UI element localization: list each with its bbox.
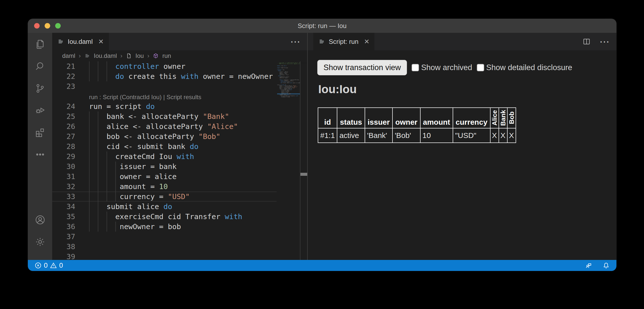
codelens[interactable]: run : Script (ContractId Iou) | Script r… — [52, 91, 277, 101]
code-line[interactable]: 32amount = 10 — [52, 182, 277, 192]
code-line[interactable]: 35exerciseCmd cid Transfer with — [52, 212, 277, 222]
settings-gear-icon[interactable] — [32, 234, 48, 250]
line-number: 28 — [52, 141, 75, 151]
accounts-icon[interactable] — [32, 212, 48, 228]
overview-ruler[interactable] — [300, 61, 307, 260]
code-line[interactable]: 21controller owner — [52, 61, 277, 71]
left-tab-strip: Iou.daml ✕ ⋯ — [52, 33, 307, 50]
indent-guide — [98, 192, 107, 202]
show-transaction-view-button[interactable]: Show transaction view — [317, 60, 407, 75]
table-column-header: status — [337, 108, 365, 128]
breadcrumb-file[interactable]: Iou.daml — [94, 52, 117, 59]
line-number: 34 — [52, 202, 75, 212]
indent-guide — [89, 61, 98, 71]
indent-guide — [107, 162, 115, 172]
bell-icon[interactable] — [602, 262, 610, 269]
code-editor[interactable]: 21controller owner22do create this with … — [52, 61, 307, 260]
search-icon[interactable] — [32, 58, 48, 74]
error-count: 0 — [44, 262, 48, 269]
code-line[interactable]: 39 — [52, 252, 277, 260]
code-line[interactable]: 28cid <- submit bank do — [52, 141, 277, 151]
table-cell: 'Bob' — [392, 128, 420, 143]
minimap[interactable]: -- Copyright (c) 2022 Digital Asset (Swi… — [277, 62, 300, 260]
chevron-right-icon: › — [147, 52, 149, 59]
code-line[interactable]: 37 — [52, 232, 277, 242]
table-cell: 'Bank' — [365, 128, 392, 143]
split-editor-icon[interactable] — [582, 37, 591, 46]
code-lines[interactable]: 21controller owner22do create this with … — [52, 61, 277, 260]
more-icon[interactable] — [32, 146, 48, 163]
table-cell: #1:1 — [318, 128, 337, 143]
breadcrumb-symbol[interactable]: run — [162, 52, 171, 59]
breadcrumb-folder[interactable]: daml — [62, 52, 75, 59]
file-lines-icon — [84, 53, 90, 59]
minimap-content: -- Copyright (c) 2022 Digital Asset (Swi… — [277, 62, 300, 97]
code-line[interactable]: 24run = script do — [52, 101, 277, 111]
line-number: 32 — [52, 182, 75, 192]
line-number: 25 — [52, 111, 75, 121]
table-cell: X — [490, 128, 499, 143]
indent-guide — [89, 192, 98, 202]
indent-guide — [89, 222, 98, 232]
breadcrumb-module[interactable]: Iou — [135, 52, 144, 59]
close-window-button[interactable] — [34, 23, 40, 29]
panel-more-actions-icon[interactable]: ⋯ — [599, 37, 609, 47]
symbol-cube-icon — [153, 53, 159, 59]
indent-guide — [107, 172, 115, 182]
table-column-header: amount — [420, 108, 453, 128]
code-line[interactable]: 27bob <- allocateParty "Bob" — [52, 131, 277, 141]
source-control-icon[interactable] — [32, 80, 48, 96]
warning-icon — [50, 262, 57, 269]
show-archived-checkbox[interactable] — [412, 64, 419, 71]
code-line[interactable]: 23 — [52, 81, 277, 91]
table-cell: active — [337, 128, 365, 143]
show-detailed-disclosure-checkbox[interactable] — [477, 64, 484, 71]
editor-group-left: Iou.daml ✕ ⋯ daml › Iou.daml › Iou › — [52, 33, 307, 260]
line-number: 30 — [52, 162, 75, 172]
tab-iou-daml[interactable]: Iou.daml ✕ — [52, 33, 109, 50]
table-column-header: issuer — [365, 108, 392, 128]
code-line[interactable]: 38 — [52, 242, 277, 252]
minimize-window-button[interactable] — [45, 23, 50, 29]
zoom-window-button[interactable] — [55, 23, 61, 29]
template-heading: Iou:Iou — [318, 82, 609, 96]
breadcrumb: daml › Iou.daml › Iou › run — [52, 50, 307, 61]
code-line[interactable]: 34submit alice do — [52, 202, 277, 212]
problems-status[interactable]: 0 0 — [34, 262, 63, 269]
extensions-icon[interactable] — [32, 124, 48, 140]
window-title: Script: run — Iou — [298, 22, 347, 30]
code-line[interactable]: 22do create this with owner = newOwner — [52, 71, 277, 81]
line-number: 24 — [52, 101, 75, 111]
tab-close-icon[interactable]: ✕ — [364, 38, 370, 46]
feedback-icon[interactable] — [585, 262, 592, 269]
indent-guide — [89, 162, 98, 172]
indent-guide — [89, 202, 98, 212]
show-detailed-disclosure-label: Show detailed disclosure — [486, 63, 572, 72]
run-debug-icon[interactable] — [32, 102, 48, 118]
line-number: 26 — [52, 121, 75, 131]
code-line[interactable]: 36newOwner = bob — [52, 222, 277, 232]
code-line[interactable]: 30issuer = bank — [52, 162, 277, 172]
indent-guide — [89, 131, 98, 141]
indent-guide — [98, 162, 107, 172]
indent-guide — [89, 182, 98, 192]
code-line[interactable]: 31owner = alice — [52, 172, 277, 182]
line-number: 31 — [52, 172, 75, 182]
tab-close-icon[interactable]: ✕ — [98, 38, 104, 46]
script-controls: Show transaction view Show archived Show… — [317, 60, 609, 75]
chevron-right-icon: › — [79, 52, 81, 59]
file-lines-icon — [318, 38, 325, 45]
code-line[interactable]: 33currency = "USD" — [52, 192, 277, 202]
explorer-icon[interactable] — [32, 36, 48, 52]
editor-more-actions-icon[interactable]: ⋯ — [290, 37, 300, 47]
title-bar[interactable]: Script: run — Iou — [28, 19, 616, 33]
table-party-header: Alice — [490, 108, 499, 128]
indent-guide — [89, 141, 98, 151]
code-line[interactable]: 29createCmd Iou with — [52, 151, 277, 162]
code-line[interactable]: 26alice <- allocateParty "Alice" — [52, 121, 277, 131]
indent-guide — [98, 131, 107, 141]
line-number: 23 — [52, 81, 75, 91]
tab-script-run[interactable]: Script: run ✕ — [313, 33, 375, 50]
code-line[interactable]: 25bank <- allocateParty "Bank" — [52, 111, 277, 121]
chevron-right-icon: › — [120, 52, 122, 59]
